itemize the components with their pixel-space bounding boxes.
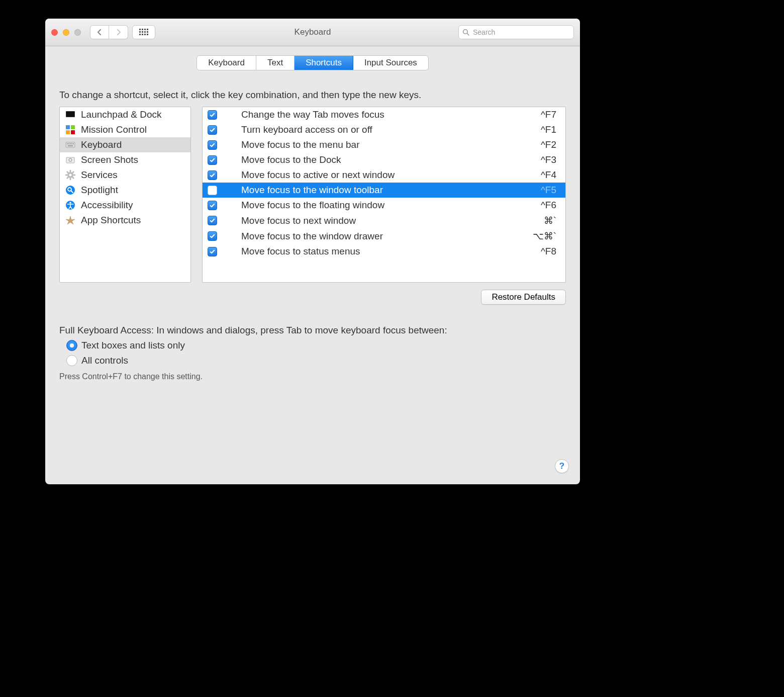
- shortcut-keys[interactable]: ^F6: [541, 200, 556, 211]
- category-item[interactable]: Spotlight: [60, 183, 190, 198]
- shortcut-row[interactable]: Move focus to the floating window^F6: [203, 198, 565, 213]
- category-label: Accessibility: [81, 200, 133, 211]
- tab-input-sources[interactable]: Input Sources: [353, 56, 428, 70]
- shortcut-row[interactable]: Turn keyboard access on or off^F1: [203, 122, 565, 137]
- category-item[interactable]: Launchpad & Dock: [60, 107, 190, 122]
- fka-option-allcontrols[interactable]: All controls: [66, 355, 566, 366]
- svg-rect-9: [142, 34, 143, 35]
- shortcut-row[interactable]: Move focus to the window drawer⌥⌘`: [203, 228, 565, 244]
- shortcut-list[interactable]: Change the way Tab moves focus^F7Turn ke…: [202, 107, 566, 283]
- tab-text[interactable]: Text: [256, 56, 295, 70]
- shortcut-row[interactable]: Move focus to active or next window^F4: [203, 167, 565, 183]
- fka-option-textboxes[interactable]: Text boxes and lists only: [66, 340, 566, 351]
- search-input[interactable]: [458, 25, 574, 39]
- svg-rect-4: [139, 31, 141, 33]
- shortcut-row[interactable]: Move focus to the window toolbar^F5: [203, 183, 565, 198]
- tab-label: Input Sources: [364, 58, 417, 68]
- tab-bar-wrapper: KeyboardTextShortcutsInput Sources: [59, 55, 566, 70]
- svg-rect-6: [144, 31, 146, 33]
- shortcut-row[interactable]: Move focus to status menus^F8: [203, 244, 565, 259]
- shortcut-checkbox[interactable]: [208, 140, 217, 150]
- shortcut-row[interactable]: Change the way Tab moves focus^F7: [203, 107, 565, 122]
- svg-rect-2: [144, 29, 146, 30]
- svg-rect-25: [73, 143, 74, 144]
- radio-label: Text boxes and lists only: [81, 340, 185, 351]
- svg-rect-21: [67, 143, 68, 144]
- accessibility-icon: [65, 200, 76, 211]
- shortcut-checkbox[interactable]: [208, 186, 217, 195]
- tab-label: Shortcuts: [306, 58, 342, 68]
- svg-line-35: [67, 171, 68, 173]
- shortcut-keys[interactable]: ^F1: [541, 124, 556, 135]
- shortcut-keys[interactable]: ^F8: [541, 246, 556, 257]
- category-label: Spotlight: [81, 185, 118, 196]
- svg-rect-11: [147, 34, 148, 35]
- shortcut-checkbox[interactable]: [208, 155, 217, 165]
- tab-label: Keyboard: [208, 58, 245, 68]
- svg-line-36: [72, 177, 74, 179]
- launchpad-icon: [65, 109, 76, 120]
- svg-line-13: [467, 34, 469, 36]
- tab-keyboard[interactable]: Keyboard: [197, 56, 256, 70]
- shortcut-row[interactable]: Move focus to next window⌘`: [203, 213, 565, 228]
- shortcut-checkbox[interactable]: [208, 125, 217, 135]
- restore-defaults-button[interactable]: Restore Defaults: [481, 290, 566, 305]
- minimize-button[interactable]: [63, 29, 69, 36]
- shortcut-keys[interactable]: ^F3: [541, 154, 556, 165]
- shortcut-keys[interactable]: ^F5: [541, 185, 556, 196]
- search-field-wrapper: [458, 25, 574, 39]
- svg-point-30: [69, 174, 72, 177]
- svg-rect-22: [68, 143, 69, 144]
- shortcut-checkbox[interactable]: [208, 216, 217, 225]
- show-all-button[interactable]: [132, 25, 155, 39]
- radio-button[interactable]: [66, 340, 77, 351]
- zoom-button[interactable]: [74, 29, 81, 36]
- forward-button[interactable]: [109, 25, 128, 39]
- category-item[interactable]: Keyboard: [60, 137, 190, 152]
- category-label: Launchpad & Dock: [81, 109, 162, 120]
- shortcut-checkbox[interactable]: [208, 231, 217, 241]
- category-item[interactable]: App Shortcuts: [60, 213, 190, 228]
- category-label: Screen Shots: [81, 154, 138, 165]
- shortcut-label: Move focus to the window drawer: [241, 231, 526, 242]
- category-item[interactable]: Accessibility: [60, 198, 190, 213]
- svg-rect-0: [139, 29, 141, 30]
- fka-title: Full Keyboard Access: In windows and dia…: [59, 325, 566, 336]
- shortcut-label: Move focus to the menu bar: [241, 139, 534, 150]
- shortcut-label: Move focus to next window: [241, 215, 537, 226]
- shortcut-checkbox[interactable]: [208, 247, 217, 256]
- shortcut-keys[interactable]: ^F4: [541, 169, 556, 181]
- shortcut-keys[interactable]: ^F7: [541, 109, 556, 120]
- tab-shortcuts[interactable]: Shortcuts: [295, 56, 353, 70]
- shortcut-label: Change the way Tab moves focus: [241, 109, 534, 120]
- shortcut-row[interactable]: Move focus to the menu bar^F2: [203, 137, 565, 152]
- mission-control-icon: [65, 124, 76, 135]
- category-label: App Shortcuts: [81, 215, 141, 226]
- fka-hint: Press Control+F7 to change this setting.: [59, 372, 566, 381]
- category-item[interactable]: Services: [60, 167, 190, 183]
- shortcut-checkbox[interactable]: [208, 110, 217, 120]
- help-button[interactable]: ?: [555, 459, 569, 473]
- close-button[interactable]: [51, 29, 58, 36]
- svg-rect-23: [70, 143, 71, 144]
- restore-row: Restore Defaults: [59, 290, 566, 305]
- back-button[interactable]: [90, 25, 109, 39]
- tab-bar: KeyboardTextShortcutsInput Sources: [197, 55, 429, 70]
- gear-icon: [65, 169, 76, 181]
- svg-line-38: [72, 171, 74, 173]
- shortcut-keys[interactable]: ⌘`: [544, 215, 556, 226]
- svg-rect-7: [147, 31, 148, 33]
- search-icon: [462, 26, 469, 38]
- radio-button[interactable]: [66, 355, 77, 366]
- svg-rect-26: [68, 145, 73, 146]
- shortcut-row[interactable]: Move focus to the Dock^F3: [203, 152, 565, 167]
- shortcut-label: Move focus to the Dock: [241, 154, 534, 165]
- category-list[interactable]: Launchpad & DockMission ControlKeyboardS…: [59, 107, 191, 283]
- category-label: Mission Control: [81, 124, 147, 135]
- shortcut-keys[interactable]: ⌥⌘`: [533, 230, 556, 242]
- category-item[interactable]: Mission Control: [60, 122, 190, 137]
- shortcut-checkbox[interactable]: [208, 201, 217, 210]
- shortcut-checkbox[interactable]: [208, 170, 217, 180]
- category-item[interactable]: Screen Shots: [60, 152, 190, 167]
- shortcut-keys[interactable]: ^F2: [541, 139, 556, 150]
